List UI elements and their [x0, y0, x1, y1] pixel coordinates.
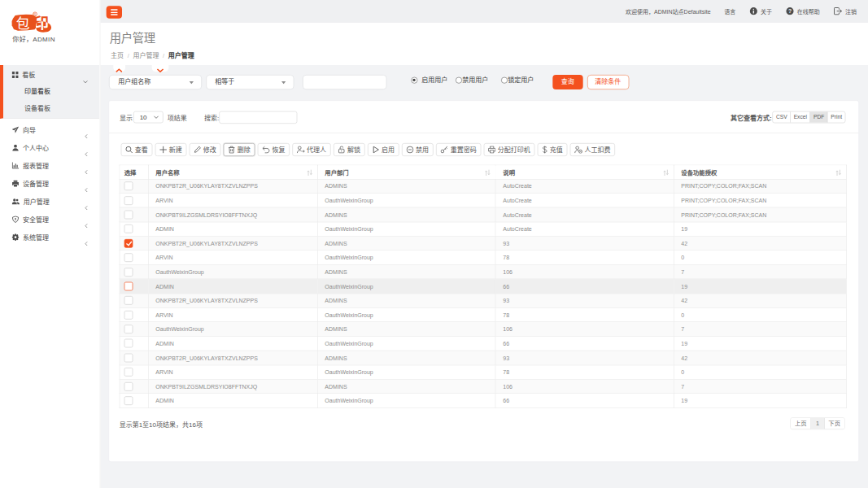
svg-text:包: 包 [16, 16, 30, 32]
svg-text:R: R [34, 13, 37, 16]
svg-text:?: ? [788, 8, 792, 14]
